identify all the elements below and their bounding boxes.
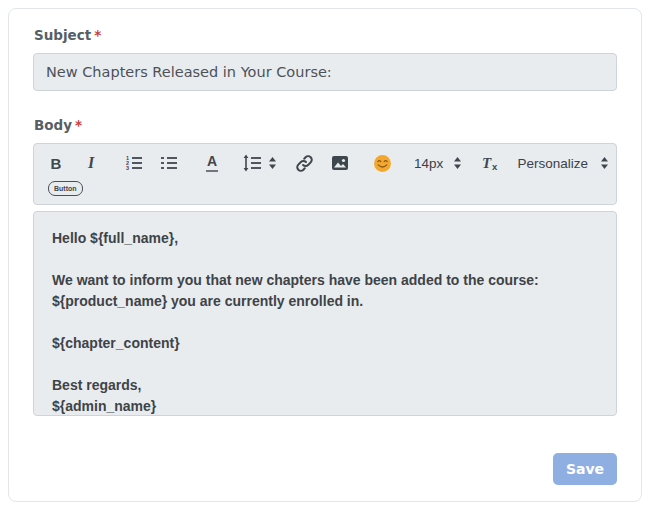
editor-line	[52, 312, 598, 333]
italic-icon: I	[88, 154, 94, 172]
save-button[interactable]: Save	[553, 453, 617, 485]
editor-line	[52, 249, 598, 270]
toolbar-row-1: B I 123	[46, 149, 606, 177]
editor-line: ${admin_name}	[52, 396, 598, 416]
insert-button-chip[interactable]: Button	[48, 181, 83, 196]
font-size-button[interactable]: 14px	[416, 150, 461, 176]
body-label-text: Body	[34, 117, 72, 133]
line-height-button[interactable]	[243, 150, 276, 176]
editor-toolbar: B I 123	[33, 143, 617, 205]
editor-line: ${chapter_content}	[52, 333, 598, 354]
clear-format-button[interactable]: T x	[480, 150, 500, 176]
spacer	[33, 91, 617, 117]
subject-label-text: Subject	[34, 27, 91, 43]
editor-line: Hello ${full_name},	[52, 228, 598, 249]
bold-button[interactable]: B	[46, 150, 66, 176]
text-color-icon: A	[206, 154, 218, 172]
subject-input[interactable]	[33, 53, 617, 91]
bold-icon: B	[51, 155, 62, 172]
emoji-icon	[373, 154, 392, 173]
personalize-caret-icon	[600, 156, 609, 170]
toolbar-row-2: Button	[46, 177, 606, 199]
editor-line: Best regards,	[52, 375, 598, 396]
clear-format-icon: T	[482, 155, 491, 172]
link-button[interactable]	[295, 150, 315, 176]
body-editor-area[interactable]: Hello ${full_name}, We want to inform yo…	[33, 211, 617, 416]
actions-row: Save	[33, 453, 617, 485]
image-icon	[331, 154, 349, 172]
body-required-mark: *	[75, 117, 82, 133]
font-size-value: 14px	[414, 156, 443, 171]
personalize-label: Personalize	[518, 156, 589, 171]
text-color-button[interactable]: A	[202, 150, 222, 176]
italic-button[interactable]: I	[81, 150, 101, 176]
subject-label: Subject*	[34, 27, 617, 44]
line-height-caret-icon	[268, 156, 277, 170]
emoji-button[interactable]	[373, 150, 393, 176]
svg-text:3: 3	[126, 165, 129, 171]
unordered-list-icon	[160, 154, 178, 172]
image-button[interactable]	[330, 150, 350, 176]
line-height-icon	[242, 154, 262, 172]
font-size-caret-icon	[453, 156, 462, 170]
editor-line: We want to inform you that new chapters …	[52, 270, 598, 312]
unordered-list-button[interactable]	[159, 150, 179, 176]
body-label: Body*	[34, 117, 617, 134]
ordered-list-icon: 123	[125, 154, 143, 172]
subject-required-mark: *	[94, 27, 101, 43]
personalize-button[interactable]: Personalize	[521, 150, 606, 176]
link-icon	[295, 154, 314, 173]
ordered-list-button[interactable]: 123	[124, 150, 144, 176]
clear-format-sub: x	[492, 161, 497, 172]
email-template-card: Subject* Body* B I 123	[8, 8, 642, 502]
editor-line	[52, 354, 598, 375]
